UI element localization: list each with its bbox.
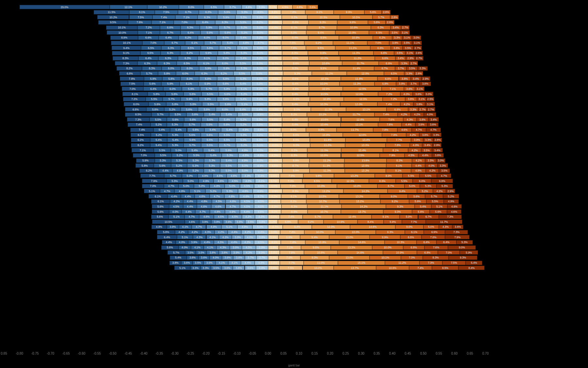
bar-segment-pos: 4.3% (268, 112, 281, 117)
bar-segment-pos: 3.5% (394, 51, 405, 55)
bar-segment-pos: 9.2% (380, 199, 409, 204)
bar-segment-neg: 5.4% (167, 138, 184, 142)
bar-segment-neg: 5.2% (252, 36, 268, 40)
bar-segment-pos: 4.6% (447, 204, 462, 209)
bar-segment-neg: 5.0% (252, 225, 268, 229)
bar-segment-pos: 3.8% (268, 174, 280, 178)
bar-segment-pos: 4.8% (268, 71, 283, 75)
bar-row: 5.6%4.0%4.4%4.7%4.8%4.9%4.4%4.6%4.2%8.5%… (0, 209, 588, 214)
bar-segment-neg: 3.8% (232, 235, 244, 239)
bar-segment-neg: 4.0% (256, 250, 268, 255)
bar-segment-pos: 8.4% (282, 123, 308, 127)
bar-segment-pos: 9.2% (304, 41, 333, 45)
bar-segment-pos: 4.5% (268, 117, 282, 122)
bar-segment-pos: 4.0% (424, 112, 436, 117)
bar-segment-neg: 5.3% (235, 15, 252, 19)
bar-segment-pos: 4.6% (447, 209, 461, 214)
bar-segment-neg: 5.9% (218, 10, 236, 14)
bar-segment-neg: 4.9% (151, 225, 167, 229)
bar-segment-neg: 4.1% (206, 235, 219, 239)
bar-segment-neg: 5.6% (184, 117, 201, 122)
bar-segment-neg: 5.0% (237, 163, 253, 168)
bar-segment-pos: 2.7% (413, 46, 422, 50)
bar-segment-neg: 5.4% (170, 128, 187, 132)
bar-segment-neg: 4.8% (210, 184, 225, 188)
bar-segment-neg: 4.9% (198, 174, 213, 178)
bar-segment-neg: 10.2% (97, 15, 129, 19)
bar-segment-neg: 5.5% (201, 138, 218, 142)
bar-segment-pos: 10.2% (309, 56, 340, 60)
bar-segment-pos: 7.8% (373, 128, 397, 132)
bar-segment-neg: 5.8% (218, 87, 236, 91)
bar-segment-neg: 7.3% (127, 117, 150, 122)
bar-segment-neg: 5.2% (252, 133, 268, 137)
bar-segment-pos: 7.7% (387, 138, 411, 142)
bar-segment-neg: 5.8% (146, 107, 164, 111)
bar-segment-neg: 5.2% (236, 25, 252, 30)
bar-segment-neg: 6.3% (161, 51, 180, 55)
bar-segment-pos: 4.7% (268, 133, 283, 137)
bar-segment-neg: 5.0% (194, 184, 210, 188)
axis-tick: -0.10 (233, 352, 241, 355)
bar-segment-neg: 5.0% (252, 159, 268, 163)
bar-segment-pos: 10.3% (385, 240, 417, 244)
bar-segment-neg: 4.8% (199, 215, 214, 219)
bar-segment-pos: 9.9% (306, 128, 337, 132)
bar-segment-neg: 4.7% (192, 225, 206, 229)
bar-segment-neg: 4.4% (181, 194, 195, 198)
bar-segment-pos: 8.2% (282, 148, 307, 152)
bar-segment-neg: 4.6% (185, 220, 199, 224)
bar-segment-pos: 4.2% (268, 128, 281, 132)
bar-segment-pos: 6.7% (374, 66, 395, 71)
bar-row: 8.3%6.4%6.3%6.3%6.1%6.0%5.4%5.2%4.5%8.5%… (0, 56, 588, 61)
bar-segment-pos: 10.9% (310, 97, 344, 101)
bar-segment-neg: 4.6% (242, 5, 256, 9)
bar-segment-neg: 5.7% (164, 174, 182, 178)
bar-segment-pos: 7.8% (280, 230, 304, 234)
bar-segment-pos: 10.9% (324, 220, 358, 224)
axis-tick: -0.05 (249, 352, 256, 355)
bar-segment-pos: 4.4% (268, 15, 282, 19)
bar-segment-pos: 9.3% (449, 256, 478, 260)
bar-segment-neg: 4.2% (243, 250, 256, 255)
bar-segment-neg: 7.4% (128, 123, 151, 127)
bar-segment-neg: 5.3% (171, 159, 187, 163)
bar-segment-neg: 5.1% (237, 46, 253, 50)
bar-segment-pos: 9.3% (376, 230, 405, 234)
bar-segment-pos: 4.2% (426, 169, 439, 173)
bar-segment-neg: 3.8% (256, 220, 268, 224)
bar-segment-pos: 9.5% (306, 46, 335, 50)
bar-segment-pos: 3.3% (404, 71, 414, 75)
bar-segment-neg: 6.8% (119, 71, 140, 75)
bar-segment-pos: 6.9% (424, 230, 445, 234)
bar-row: 7.7%5.7%5.0%4.9%4.5%4.6%4.3%4.4%3.8%7.6%… (0, 174, 588, 178)
bar-segment-pos: 10.5% (306, 194, 339, 198)
bar-segment-pos: 7.4% (377, 102, 400, 106)
bar-segment-pos: 6.7% (418, 215, 439, 219)
bar-segment-neg: 7.1% (151, 20, 174, 25)
bar-segment-neg: 4.4% (167, 194, 181, 198)
bar-segment-pos: 12.0% (340, 102, 377, 106)
bar-row: 9.4%6.5%6.3%6.5%5.8%5.7%5.1%5.0%4.4%7.8%… (0, 46, 588, 51)
bar-segment-neg: 3.9% (188, 240, 200, 244)
bar-segment-pos: 4.1% (268, 240, 281, 244)
bar-segment-pos: 7.5% (279, 266, 302, 270)
bar-segment-neg: 4.9% (237, 159, 253, 163)
bar-segment-pos: 6.5% (278, 220, 298, 224)
bar-segment-neg: 7.5% (155, 10, 178, 14)
bar-segment-pos: 6.2% (373, 36, 392, 40)
bar-segment-pos: 7.9% (280, 184, 305, 188)
bar-segment-pos: 10.9% (383, 250, 417, 255)
bar-segment-neg: 4.0% (179, 245, 191, 250)
bar-segment-neg: 4.3% (201, 230, 215, 234)
bar-segment-neg: 3.5% (196, 250, 207, 255)
axis-tick: 0.50 (420, 352, 426, 355)
bar-segment-neg: 3.8% (207, 250, 218, 255)
bar-segment-pos: 11.2% (310, 143, 345, 147)
bar-segment-pos: 12.4% (333, 215, 372, 219)
bar-segment-pos: 5.5% (403, 174, 420, 178)
bar-segment-neg: 3.9% (199, 220, 211, 224)
bar-segment-pos: 2.8% (433, 143, 441, 147)
bar-segment-pos: 3.1% (400, 30, 410, 35)
bar-segment-neg: 5.3% (222, 153, 238, 158)
